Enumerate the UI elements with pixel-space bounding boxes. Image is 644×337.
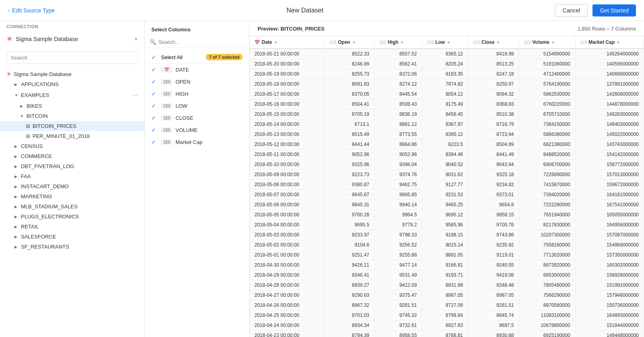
table-cell: 8716.79 [468, 119, 519, 129]
table-cell: 7566290000 [519, 290, 575, 300]
column-item-close[interactable]: ✓ 123 CLOSE [145, 112, 249, 124]
tree-item-instacart[interactable]: ▶ INSTACART_DEMO [0, 181, 144, 191]
th-volume[interactable]: 123 Volume ▼ [519, 36, 575, 49]
check-icon-marketcap: ✓ [151, 139, 158, 145]
tree-item-per-minute[interactable]: ⊞ PER_MINUTE_01_2018 [0, 131, 144, 141]
sigma-icon: ✳ [6, 35, 12, 43]
th-open[interactable]: 123 Open ▼ [324, 36, 374, 49]
table-cell: 8054.12 [422, 89, 468, 99]
column-item-volume[interactable]: ✓ 123 VOLUME [145, 124, 249, 136]
table-cell: 157087000000 [575, 230, 644, 240]
examples-more-icon[interactable]: ⋯ [132, 91, 138, 99]
table-row: 2018-05-06 00:00:009845.319940.149465.25… [250, 200, 644, 210]
table-cell: 164161000000 [575, 190, 644, 200]
table-cell: 9465.25 [422, 200, 468, 210]
table-cell: 9665.85 [374, 190, 422, 200]
table-cell: 9462.75 [374, 180, 422, 190]
left-panel: Connection ✳ Sigma Sample Database ▼ ✳ S… [0, 21, 145, 337]
edit-source-back[interactable]: ‹ Edit Source Type [8, 7, 55, 14]
tree-item-mlb[interactable]: ▶ MLB_STADIUM_SALES [0, 201, 144, 212]
table-cell: 8368.83 [468, 99, 519, 109]
column-item-open[interactable]: ✓ 123 OPEN [145, 76, 249, 88]
table-cell: 5154990000 [519, 49, 575, 59]
table-cell: 9166.81 [422, 260, 468, 270]
th-marketcap[interactable]: 123 Market Cap ▼ [575, 36, 644, 49]
table-cell: 6925190000 [519, 331, 575, 337]
column-item-date[interactable]: ✓ 📅 DATE [145, 64, 249, 76]
table-cell: 9256.52 [374, 240, 422, 250]
get-started-button[interactable]: Get Started [592, 4, 636, 16]
table-cell: 8274.12 [374, 79, 422, 89]
tree-item-retail[interactable]: ▶ RETAIL [0, 222, 144, 232]
table-cell: 5191060000 [519, 59, 575, 69]
column-search-input[interactable] [159, 39, 244, 45]
table-cell: 9964.5 [374, 210, 422, 220]
tree-item-sf-restaurants[interactable]: ▶ SF_RESTAURANTS [0, 242, 144, 252]
table-row: 2018-05-16 00:00:008504.418508.438175.49… [250, 99, 644, 109]
chevron-right-icon: ▶ [14, 195, 19, 199]
tree-item-salesforce[interactable]: ▶ SALESFORCE [0, 232, 144, 242]
schema-search-input[interactable] [6, 51, 138, 64]
chevron-right-icon: ▶ [14, 144, 19, 148]
chevron-right-icon: ▶ [14, 205, 19, 209]
th-low[interactable]: 123 Low ▼ [422, 36, 468, 49]
table-cell: 145022000000 [575, 129, 644, 140]
cancel-button[interactable]: Cancel [555, 4, 588, 17]
tree-item-marketing[interactable]: ▶ MARKETING [0, 191, 144, 201]
th-date[interactable]: 📅 Date ▼ [250, 36, 324, 49]
tree-label-mlb: MLB_STADIUM_SALES [21, 203, 78, 210]
table-cell: 8987.05 [468, 290, 519, 300]
th-high[interactable]: 123 High ▼ [374, 36, 422, 49]
check-icon-close: ✓ [151, 115, 158, 121]
tree-item-bitcoin-prices[interactable]: ⊞ BITCOIN_PRICES [0, 121, 144, 131]
table-cell: 10207300000 [519, 230, 575, 240]
tree-item-faa[interactable]: ▶ FAA [0, 171, 144, 181]
tree-item-bikes[interactable]: ▶ BIKES [0, 101, 144, 111]
tree-item-sigma-root[interactable]: ✳ Sigma Sample Database [0, 69, 144, 79]
th-open-label: Open [338, 39, 350, 45]
sort-icon-marketcap: ▼ [616, 40, 620, 45]
table-cell: 9477.14 [374, 260, 422, 270]
table-cell: 9375.47 [374, 290, 422, 300]
tree-label-census: CENSUS [21, 143, 43, 149]
high-type-badge: 123 [380, 40, 386, 45]
table-cell: 9412.09 [374, 280, 422, 290]
table-cell: 9396.04 [374, 160, 422, 170]
data-table-wrap: 📅 Date ▼ 123 Open ▼ [250, 36, 644, 337]
search-icon: 🔍 [150, 39, 156, 45]
table-cell: 7394020000 [519, 190, 575, 200]
column-item-marketcap[interactable]: ✓ 123 Market Cap [145, 136, 249, 148]
table-cell: 9281.51 [374, 300, 422, 310]
column-item-high[interactable]: ✓ 123 HIGH [145, 88, 249, 100]
tree-item-dbt-fivetran[interactable]: ▶ DBT_FIVETRAN_LOG [0, 161, 144, 171]
table-cell: 154142000000 [575, 150, 644, 160]
table-cell: 2018-05-06 00:00:00 [250, 200, 324, 210]
preview-label: Preview: [258, 26, 279, 32]
tree-item-census[interactable]: ▶ CENSUS [0, 141, 144, 151]
table-cell: 6705710000 [519, 109, 575, 119]
table-cell: 167541000000 [575, 200, 644, 210]
tree-item-applications[interactable]: ▶ APPLICATIONS [0, 79, 144, 89]
table-cell: 144878000000 [575, 99, 644, 109]
table-cell: 9745.32 [374, 310, 422, 321]
table-cell: 9119.01 [468, 250, 519, 260]
tree-item-commerce[interactable]: ▶ COMMERCE [0, 151, 144, 161]
tree-item-bitcoin[interactable]: ▼ BITCOIN [0, 111, 144, 121]
table-cell: 9223.73 [324, 170, 374, 180]
chevron-right-icon: ▶ [14, 175, 19, 179]
table-cell: 137881000000 [575, 79, 644, 89]
table-cell: 9426.11 [324, 260, 374, 270]
tree-item-plugs[interactable]: ▶ PLUGS_ELECTRONICS [0, 212, 144, 222]
topbar-actions: Cancel Get Started [555, 4, 636, 17]
table-cell: 9645.67 [324, 190, 374, 200]
table-cell: 8488520000 [519, 150, 575, 160]
table-cell: 9348.48 [468, 280, 519, 290]
table-cell: 9031.62 [422, 170, 468, 180]
select-all-row[interactable]: ✓ Select All 7 of 7 selected [145, 51, 249, 64]
table-cell: 140689000000 [575, 69, 644, 79]
table-cell: 4712400000 [519, 69, 575, 79]
table-cell: 140556000000 [575, 59, 644, 69]
tree-item-examples[interactable]: ▼ EXAMPLES ⋯ [0, 89, 144, 101]
column-item-low[interactable]: ✓ 123 LOW [145, 100, 249, 112]
th-close[interactable]: 123 Close ▼ [468, 36, 519, 49]
